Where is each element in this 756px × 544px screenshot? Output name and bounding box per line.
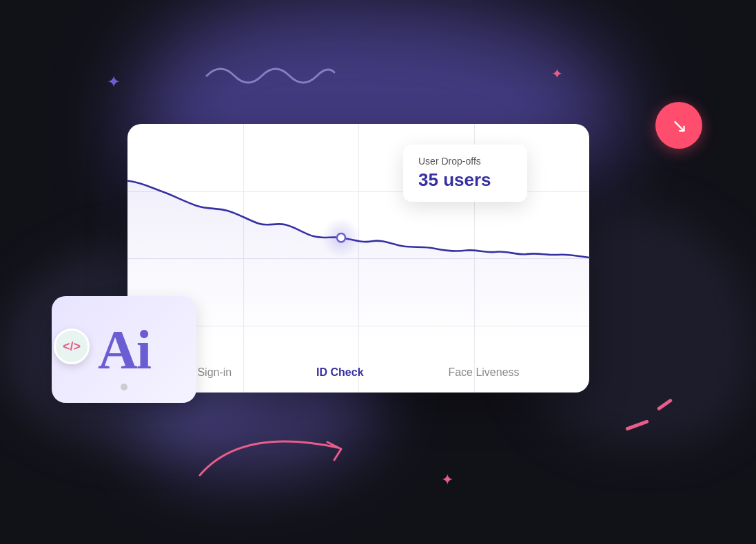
sparkle-top-left: ✦ [107,72,121,92]
tooltip-card: User Drop-offs 35 users [403,145,527,202]
tooltip-label: User Drop-offs [418,156,512,167]
svg-point-1 [337,233,345,242]
tooltip-value: 35 users [418,169,512,191]
code-badge: </> [54,328,90,364]
trend-badge: ↘ [655,102,702,149]
axis-label-faceliveness[interactable]: Face Liveness [448,366,519,379]
axis-label-signin[interactable]: Sign-in [197,366,232,379]
code-icon: </> [63,339,81,354]
squiggle-decoration [200,55,338,96]
trend-down-icon: ↘ [671,114,687,137]
axis-labels: Sign-in ID Check Face Liveness [127,366,589,379]
ai-dot [121,384,127,390]
curved-arrow [186,406,379,489]
axis-label-idcheck[interactable]: ID Check [316,366,363,379]
diamond-sparkle-bottom: ✦ [441,471,453,489]
ai-text: Ai [98,322,150,377]
main-chart-card: User Drop-offs 35 users Sign-in ID Chec [127,124,589,393]
sparkle-pink-top: ✦ [551,65,563,82]
